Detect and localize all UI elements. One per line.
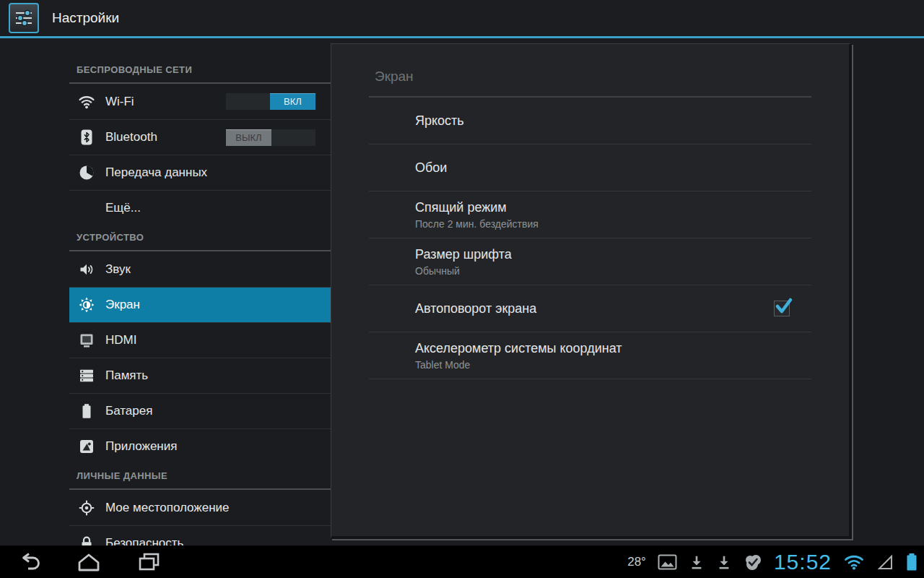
battery-icon <box>78 402 95 420</box>
pref-title: Акселерометр системы координат <box>415 341 811 356</box>
download-notification-icon <box>716 553 732 571</box>
nav-buttons <box>0 551 163 573</box>
pref-auto-rotate[interactable]: Автоповорот экрана <box>369 285 811 332</box>
sidebar-item-display[interactable]: Экран <box>69 287 331 322</box>
back-icon <box>14 552 42 572</box>
sidebar-item-more[interactable]: Ещё... <box>69 190 331 225</box>
bluetooth-icon <box>78 129 95 146</box>
checkmark-icon <box>773 297 793 316</box>
pref-title: Автоповорот экрана <box>415 301 811 316</box>
sidebar-item-location[interactable]: Мое местоположение <box>69 490 331 525</box>
wifi-toggle[interactable]: ВКЛ <box>225 92 316 111</box>
sidebar-item-label: Батарея <box>105 404 152 418</box>
pref-sleep[interactable]: Спящий режим После 2 мин. бездействия <box>369 191 811 238</box>
hdmi-icon <box>78 332 95 349</box>
home-icon <box>76 552 102 572</box>
pref-accelerometer[interactable]: Акселерометр системы координат Tablet Mo… <box>369 332 811 379</box>
pref-title: Размер шрифта <box>415 247 811 262</box>
storage-icon <box>78 367 95 384</box>
cell-signal-icon <box>876 553 894 571</box>
pref-subtitle: Tablet Mode <box>415 359 811 371</box>
sound-icon <box>78 261 95 278</box>
apps-icon <box>78 438 95 455</box>
sidebar-item-label: Безопасность <box>105 536 183 545</box>
settings-content: БЕСПРОВОДНЫЕ СЕТИ Wi-Fi ВКЛ Bluetooth <box>0 40 924 545</box>
sidebar-item-label: Приложения <box>105 439 177 454</box>
pref-subtitle: После 2 мин. бездействия <box>415 218 811 230</box>
download-notification-icon <box>689 553 705 571</box>
pref-title: Яркость <box>415 113 811 129</box>
wifi-icon <box>78 93 95 111</box>
clock: 15:52 <box>774 550 832 574</box>
bluetooth-toggle[interactable]: ВЫКЛ <box>225 129 316 147</box>
battery-status-icon <box>905 552 918 572</box>
sidebar-item-label: Звук <box>105 262 131 277</box>
location-icon <box>78 499 95 517</box>
page-title: Настройки <box>52 10 119 26</box>
settings-sidebar: БЕСПРОВОДНЫЕ СЕТИ Wi-Fi ВКЛ Bluetooth <box>69 40 331 545</box>
pref-wallpaper[interactable]: Обои <box>369 144 811 191</box>
sidebar-item-storage[interactable]: Память <box>69 358 331 393</box>
recents-icon <box>136 552 162 572</box>
brightness-icon <box>78 296 95 314</box>
status-area[interactable]: 28° <box>627 545 918 578</box>
sidebar-item-label: Bluetooth <box>105 130 157 144</box>
pref-brightness[interactable]: Яркость <box>369 98 811 144</box>
data-usage-icon <box>78 164 95 181</box>
sidebar-item-label: Передача данных <box>105 165 207 180</box>
system-bar: 28° <box>0 545 924 578</box>
pref-font-size[interactable]: Размер шрифта Обычный <box>369 238 811 285</box>
gallery-notification-icon <box>658 554 677 570</box>
sidebar-item-label: Wi-Fi <box>105 95 134 109</box>
sidebar-item-data-usage[interactable]: Передача данных <box>69 155 331 190</box>
section-header-device: УСТРОЙСТВО <box>69 231 331 251</box>
preference-list: Яркость Обои Спящий режим После 2 мин. б… <box>369 98 811 379</box>
sidebar-item-battery[interactable]: Батарея <box>69 393 331 428</box>
section-header-wireless: БЕСПРОВОДНЫЕ СЕТИ <box>69 64 331 84</box>
sidebar-item-hdmi[interactable]: HDMI <box>69 322 331 358</box>
sidebar-item-bluetooth[interactable]: Bluetooth ВЫКЛ <box>69 119 331 155</box>
pref-title: Обои <box>415 160 811 176</box>
sidebar-item-label: Память <box>105 368 148 383</box>
sidebar-item-label: Ещё... <box>105 201 141 215</box>
pref-title: Спящий режим <box>415 200 811 215</box>
bluetooth-toggle-thumb: ВЫКЛ <box>226 129 271 146</box>
sidebar-item-label: HDMI <box>105 333 136 348</box>
sidebar-item-apps[interactable]: Приложения <box>69 428 331 464</box>
wifi-toggle-thumb: ВКЛ <box>270 93 315 110</box>
settings-app-icon <box>9 3 39 33</box>
sidebar-item-label: Экран <box>105 298 140 312</box>
section-header-personal: ЛИЧНЫЕ ДАННЫЕ <box>69 470 331 490</box>
pref-subtitle: Обычный <box>415 265 811 277</box>
recents-button[interactable] <box>136 551 163 573</box>
back-button[interactable] <box>14 551 42 573</box>
sync-check-notification-icon <box>744 553 762 571</box>
temperature-indicator: 28° <box>627 555 646 569</box>
lock-icon <box>78 535 95 545</box>
panel-title: Экран <box>369 44 811 98</box>
sidebar-item-wifi[interactable]: Wi-Fi ВКЛ <box>69 84 331 119</box>
action-bar: Настройки <box>0 0 924 38</box>
auto-rotate-checkbox[interactable] <box>774 301 790 316</box>
sidebar-item-security[interactable]: Безопасность <box>69 525 331 545</box>
wifi-status-icon <box>843 553 865 571</box>
sidebar-item-sound[interactable]: Звук <box>69 251 331 287</box>
sidebar-item-label: Мое местоположение <box>105 501 230 515</box>
home-button[interactable] <box>75 551 103 573</box>
display-settings-panel: Экран Яркость Обои Спящий режим После 2 … <box>331 43 852 539</box>
